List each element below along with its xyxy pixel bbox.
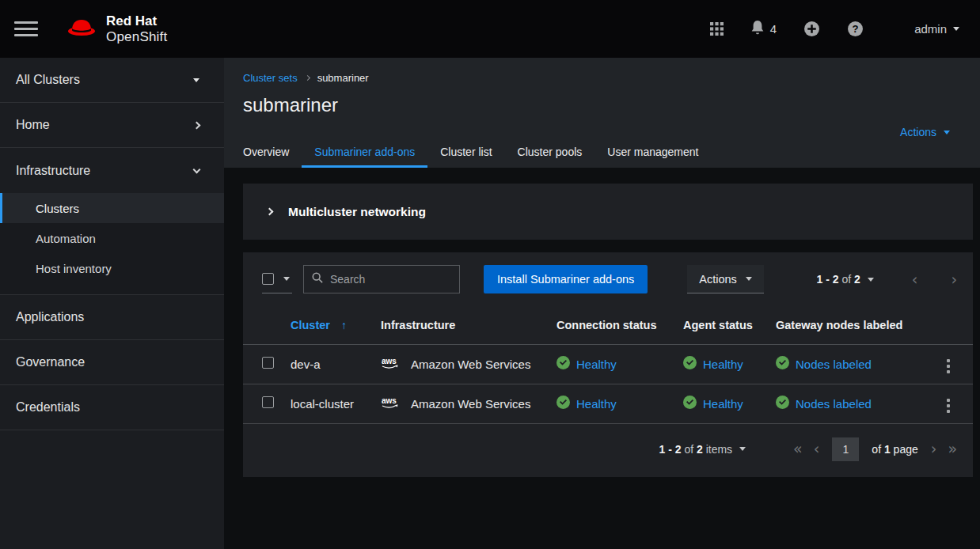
nav-toggle-icon[interactable] xyxy=(14,21,38,36)
page-title: submariner xyxy=(243,94,952,116)
sidebar-item-label: Automation xyxy=(36,232,96,245)
user-menu[interactable]: admin xyxy=(914,22,959,36)
chevron-right-icon xyxy=(193,121,201,129)
next-page-button[interactable]: › xyxy=(948,272,960,287)
sidebar-item-home[interactable]: Home xyxy=(0,103,224,148)
search-input[interactable] xyxy=(330,273,473,286)
sidebar-item-infrastructure[interactable]: Infrastructure xyxy=(0,148,224,193)
bulk-select-checkbox[interactable] xyxy=(262,273,274,285)
install-submariner-button[interactable]: Install Submariner add-ons xyxy=(484,265,648,293)
tab-overview[interactable]: Overview xyxy=(230,138,302,168)
last-page-button[interactable]: » xyxy=(944,441,960,456)
check-circle-icon xyxy=(556,396,570,411)
notifications-button[interactable]: 4 xyxy=(750,20,777,38)
infrastructure-subnav: Clusters Automation Host inventory xyxy=(0,193,224,295)
column-header-actions xyxy=(924,306,973,344)
breadcrumb-cluster-sets-link[interactable]: Cluster sets xyxy=(243,72,298,84)
bulk-select-dropdown[interactable] xyxy=(262,265,292,293)
connection-status-link[interactable]: Healthy xyxy=(576,358,617,371)
clusters-table-card: Install Submariner add-ons Actions 1 - 2… xyxy=(243,252,973,477)
perspective-switcher[interactable]: All Clusters xyxy=(0,58,224,103)
sort-by-cluster[interactable]: Cluster ↑ xyxy=(291,319,347,331)
header-checkbox-column xyxy=(243,306,291,344)
search-icon xyxy=(312,272,323,286)
sidebar-item-governance[interactable]: Governance xyxy=(0,340,224,385)
actions-label: Actions xyxy=(699,273,737,286)
page-actions-dropdown[interactable]: Actions xyxy=(900,126,950,138)
app-launcher-icon[interactable] xyxy=(710,22,724,36)
clusters-table: Cluster ↑ Infrastructure Connection stat… xyxy=(243,306,973,424)
agent-status-link[interactable]: Healthy xyxy=(703,358,743,371)
sidebar-item-label: Clusters xyxy=(36,202,79,215)
pagination-summary[interactable]: 1 - 2 of 2 items xyxy=(659,443,732,456)
bell-icon xyxy=(750,20,765,38)
sidebar-item-label: Host inventory xyxy=(36,262,112,275)
next-page-button[interactable]: › xyxy=(928,441,940,456)
svg-text:aws: aws xyxy=(382,357,397,365)
prev-page-button[interactable]: ‹ xyxy=(811,441,823,456)
help-icon[interactable]: ? xyxy=(847,21,864,37)
tab-bar: Overview Submariner add-ons Cluster list… xyxy=(230,138,952,168)
sidebar-item-label: Infrastructure xyxy=(16,164,90,178)
check-circle-icon xyxy=(683,396,697,411)
row-checkbox[interactable] xyxy=(262,396,274,408)
chevron-right-icon xyxy=(266,208,274,216)
agent-status-link[interactable]: Healthy xyxy=(703,397,743,411)
aws-icon: aws xyxy=(381,396,403,412)
sort-ascending-icon: ↑ xyxy=(341,319,347,331)
caret-down-icon xyxy=(193,78,199,82)
check-circle-icon xyxy=(683,356,697,372)
column-header-cluster: Cluster ↑ xyxy=(291,306,381,344)
caret-down-icon xyxy=(283,277,290,281)
infrastructure-label: Amazon Web Services xyxy=(411,397,530,411)
kebab-menu-icon[interactable] xyxy=(944,396,953,416)
svg-text:aws: aws xyxy=(382,396,397,405)
first-page-button[interactable]: « xyxy=(790,441,806,456)
notification-count: 4 xyxy=(770,22,777,36)
column-header-connection-status: Connection status xyxy=(556,306,683,344)
tab-cluster-pools[interactable]: Cluster pools xyxy=(505,138,595,168)
masthead: Red Hat OpenShift 4 xyxy=(0,0,980,58)
gateway-nodes-link[interactable]: Nodes labeled xyxy=(796,358,872,371)
multicluster-networking-expandable[interactable]: Multicluster networking xyxy=(243,184,973,240)
add-icon[interactable] xyxy=(803,21,820,37)
page-content: Multicluster networking xyxy=(224,168,980,549)
gateway-nodes-link[interactable]: Nodes labeled xyxy=(796,397,872,411)
cluster-name-cell: dev-a xyxy=(291,344,381,384)
connection-status-link[interactable]: Healthy xyxy=(576,397,617,411)
actions-label: Actions xyxy=(900,126,936,138)
brand-logo[interactable]: Red Hat OpenShift xyxy=(65,13,167,44)
search-box xyxy=(303,265,460,293)
pagination-bottom: 1 - 2 of 2 items « ‹ of 1 page › » xyxy=(243,424,973,477)
sidebar-item-label: Credentials xyxy=(16,400,80,415)
pagination-summary[interactable]: 1 - 2 of 2 xyxy=(817,273,860,286)
breadcrumb-current: submariner xyxy=(317,72,369,84)
current-page-input[interactable] xyxy=(832,437,859,461)
sidebar: All Clusters Home Infrastructure Cluster… xyxy=(0,58,224,549)
chevron-down-icon xyxy=(193,165,201,173)
column-header-agent-status: Agent status xyxy=(683,306,776,344)
sidebar-item-clusters[interactable]: Clusters xyxy=(0,193,224,223)
infrastructure-label: Amazon Web Services xyxy=(411,358,530,371)
tab-cluster-list[interactable]: Cluster list xyxy=(427,138,504,168)
sidebar-item-automation[interactable]: Automation xyxy=(0,223,224,253)
perspective-label: All Clusters xyxy=(16,73,80,87)
row-checkbox[interactable] xyxy=(262,357,274,369)
tab-submariner-add-ons[interactable]: Submariner add-ons xyxy=(302,138,427,168)
pagination-top: 1 - 2 of 2 ‹ › xyxy=(817,272,961,287)
toolbar-actions-dropdown[interactable]: Actions xyxy=(687,265,764,293)
brand-name: Red Hat xyxy=(106,13,167,28)
tab-user-management[interactable]: User management xyxy=(594,138,711,168)
sidebar-item-label: Governance xyxy=(16,355,85,369)
username: admin xyxy=(914,22,947,36)
table-toolbar: Install Submariner add-ons Actions 1 - 2… xyxy=(243,252,973,306)
sidebar-item-host-inventory[interactable]: Host inventory xyxy=(0,253,224,283)
sidebar-item-applications[interactable]: Applications xyxy=(0,295,224,340)
page-total-label: of 1 page xyxy=(872,443,917,456)
caret-down-icon xyxy=(739,447,746,451)
breadcrumb: Cluster sets submariner xyxy=(243,72,952,84)
kebab-menu-icon[interactable] xyxy=(944,356,953,377)
sidebar-item-credentials[interactable]: Credentials xyxy=(0,385,224,430)
prev-page-button[interactable]: ‹ xyxy=(909,272,921,287)
caret-down-icon xyxy=(944,131,950,134)
